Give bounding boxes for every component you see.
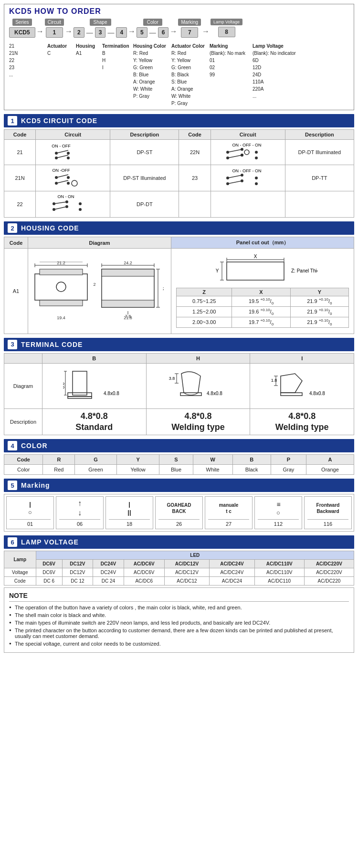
circuit-22-svg: ON - ON bbox=[47, 193, 99, 214]
marking-symbol-18: | || bbox=[109, 499, 150, 518]
lamp-c-dc12: DC 12 bbox=[62, 577, 93, 586]
terminal-diagram-i: 1.8 4.8x0.8 bbox=[250, 363, 354, 408]
lamp-th-dc6v: DC6V bbox=[36, 560, 62, 568]
color-th-y: Y bbox=[116, 455, 159, 465]
series-box: Series KCD5 bbox=[9, 19, 35, 38]
actuator-color-vals: R: RedY: YellowG: GreenB: BlackS: BlueA:… bbox=[171, 50, 206, 107]
housing-color-head: Housing Color bbox=[133, 42, 168, 50]
svg-line-6 bbox=[56, 155, 68, 158]
lamp-v-acdc6: AC/DC6V bbox=[124, 568, 164, 577]
circuit-21n-svg: ON -OFF bbox=[47, 167, 99, 188]
terminal-h-svg: 3.8 4.8x0.8 bbox=[167, 366, 229, 405]
svg-text:Y: Y bbox=[216, 268, 219, 273]
color-th-r: R bbox=[43, 455, 75, 465]
marking-code-112: 112 bbox=[258, 519, 299, 527]
housing-th-code: Code bbox=[4, 237, 28, 249]
actuator-head: Actuator bbox=[47, 42, 72, 50]
lamp-section-title: LAMP VOLTAGE bbox=[21, 538, 79, 546]
color-gray: Gray bbox=[271, 465, 306, 475]
color-row: Color Red Green Yellow Blue White Black … bbox=[4, 465, 354, 475]
svg-text:1.8: 1.8 bbox=[271, 378, 277, 383]
lamp-v-dc24: DC24V bbox=[93, 568, 124, 577]
panel-cutout-table: Z X Y 0.75~1.25 19.5 +0.10/0 21.9 +0.10/… bbox=[176, 288, 349, 328]
svg-rect-44 bbox=[35, 274, 87, 300]
color-section-num: 4 bbox=[8, 441, 17, 450]
color-th-g: G bbox=[75, 455, 117, 465]
marking-code-26: 26 bbox=[158, 519, 200, 527]
housing-section-title: HOUSING CODE bbox=[21, 224, 79, 232]
color-table: Code R G Y S W B P A Color Red Green Yel… bbox=[4, 454, 354, 475]
marking-symbol-06: ↑ ↓ bbox=[59, 499, 100, 518]
arrow-1: → bbox=[36, 19, 44, 36]
shape-val2: 3 bbox=[95, 27, 106, 38]
panel-th-z: Z bbox=[177, 288, 232, 296]
marking-section-title: Marking bbox=[21, 481, 50, 489]
svg-text:X: X bbox=[254, 254, 257, 259]
svg-rect-46 bbox=[40, 300, 83, 306]
header-box: KCD5 HOW TO ORDER Series KCD5 → Circuit … bbox=[4, 4, 354, 110]
housing-col: Housing A1 bbox=[76, 42, 102, 107]
circuit-th-desc1: Description bbox=[110, 130, 179, 140]
lamp-v-acdc12: AC/DC12V bbox=[164, 568, 210, 577]
marking-code-06: 06 bbox=[59, 519, 100, 527]
lamp-c-acdc220: AC/DC220 bbox=[304, 577, 354, 586]
terminal-th-label bbox=[4, 353, 42, 363]
termination-head: Termination bbox=[102, 42, 129, 50]
shape-val3: 4 bbox=[116, 27, 127, 38]
housing-val: A1 bbox=[76, 50, 100, 57]
marking-sym-112-line1: ≡ bbox=[276, 501, 280, 508]
housing-section-num: 2 bbox=[8, 223, 17, 233]
circuit-23-svg: ON - OFF - ON bbox=[221, 167, 275, 188]
svg-point-11 bbox=[255, 151, 258, 154]
svg-line-43 bbox=[54, 207, 67, 209]
svg-point-13 bbox=[244, 150, 249, 155]
panel-y3: 21.9 +0.10/0 bbox=[290, 317, 348, 327]
circuit-opts: 2121N2223... bbox=[9, 42, 43, 78]
lamp-c-acdc110: AC/DC110 bbox=[254, 577, 304, 586]
housing-head: Housing bbox=[76, 42, 100, 50]
svg-text:4.8x0.8: 4.8x0.8 bbox=[104, 391, 119, 396]
code-21: 21 bbox=[4, 140, 36, 165]
panel-cutout-svg: X Y bbox=[208, 252, 317, 286]
housing-diagram-svg: 21.2 24.2 19.4 21.8 bbox=[30, 260, 164, 322]
marking-container: | ○ 01 ↑ ↓ 06 | || 18 bbox=[4, 494, 354, 532]
svg-rect-73 bbox=[227, 262, 284, 280]
marking-code-01: 01 bbox=[10, 519, 51, 527]
lamp-box: Lamp Voltage 8 bbox=[211, 19, 242, 37]
svg-line-24 bbox=[56, 180, 68, 183]
svg-point-39 bbox=[79, 202, 82, 205]
svg-point-42 bbox=[79, 208, 82, 211]
terminal-h-desc: 4.8*0.8Welding type bbox=[149, 411, 247, 433]
panel-z1: 0.75~1.25 bbox=[177, 296, 232, 307]
svg-text:ON  -  ON: ON - ON bbox=[57, 194, 74, 199]
panel-row-1: 0.75~1.25 19.5 +0.10/0 21.9 +0.10/0 bbox=[177, 296, 349, 307]
marking-sym-18-line1: | bbox=[128, 501, 130, 508]
marking-code-18: 18 bbox=[109, 519, 150, 527]
marking-section-num: 5 bbox=[8, 481, 17, 490]
circuit-label: Circuit bbox=[45, 19, 64, 26]
lamp-value: 8 bbox=[218, 27, 235, 37]
color-section-title: COLOR bbox=[21, 442, 48, 450]
arrow-3: → bbox=[128, 19, 136, 36]
svg-point-47 bbox=[56, 282, 66, 292]
lamp-note-col: Lamp Voltage (Blank): No indicator6D12D2… bbox=[253, 42, 300, 107]
color-th-a: A bbox=[306, 455, 354, 465]
housing-section-header: 2 HOUSING CODE bbox=[4, 221, 354, 235]
panel-x2: 19.6 +0.10/0 bbox=[232, 306, 290, 317]
note-section: NOTE The operation of the button have a … bbox=[4, 587, 354, 653]
terminal-desc-label: Description bbox=[4, 408, 42, 435]
circuit-21: ON - OFF bbox=[36, 140, 110, 165]
color-label: Color bbox=[143, 19, 162, 26]
marking-box: Marking 7 bbox=[178, 19, 201, 38]
marking-sym-27-line2: t c bbox=[226, 509, 232, 514]
empty-code bbox=[179, 191, 211, 218]
marking-note-col: Marking (Blank): No mark010299 bbox=[210, 42, 253, 107]
desc-23: DP-TT bbox=[285, 165, 354, 191]
circuit-row-2: 21N ON -OFF DP-ST Illuminated 23 bbox=[4, 165, 354, 191]
marking-item-26: GOAHEAD BACK 26 bbox=[155, 496, 203, 529]
svg-text:21.8: 21.8 bbox=[163, 286, 164, 291]
panel-th-x: X bbox=[232, 288, 290, 296]
svg-text:ON - OFF - ON: ON - OFF - ON bbox=[232, 143, 261, 147]
terminal-section-title: TERMINAL CODE bbox=[21, 341, 83, 348]
svg-line-3 bbox=[56, 150, 68, 153]
